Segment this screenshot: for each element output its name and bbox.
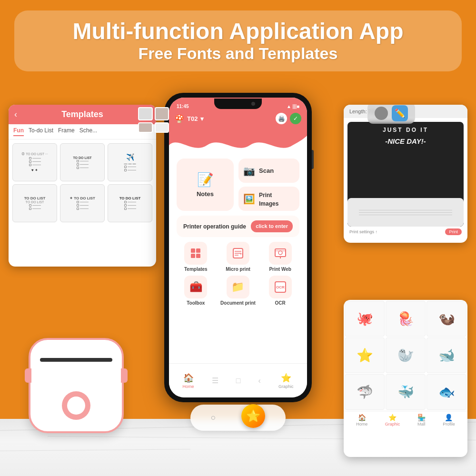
printer-guide-text: Printer operation guide <box>183 223 246 230</box>
header-subtitle: Free Fonts and Templates <box>24 44 452 63</box>
animal-cell-walrus[interactable]: 🦭 <box>386 337 426 373</box>
micro-print-label: Micro print <box>226 267 250 272</box>
print-images-app-icon[interactable]: 🖼️ PrintImages <box>238 187 299 211</box>
main-phone: 11:45 ▲ |||■ 🍄 T02 ▾ 🖨️ ✓ <box>164 93 312 402</box>
templates-app[interactable]: Templates <box>177 242 215 272</box>
app-grid: Templates T≡ Micro print <box>177 242 299 306</box>
nav-menu[interactable]: ☰ <box>212 376 218 385</box>
tablet-content: JUST DO IT -NICE DAY!- Print settings ↑ … <box>344 118 467 239</box>
printer-button[interactable] <box>62 391 90 420</box>
nice-day-text: -NICE DAY!- <box>385 137 426 145</box>
template-item[interactable]: TO DO LIST <box>108 184 152 222</box>
document-print-label: Document print <box>220 300 256 306</box>
animal-cell-shark[interactable]: 🦈 <box>345 374 385 410</box>
templates-icon <box>184 242 207 265</box>
phone-power-button[interactable] <box>312 150 314 169</box>
notes-app-icon[interactable]: 📝 Notes <box>177 159 234 211</box>
print-web-label: Print Web <box>269 267 291 272</box>
svg-point-12 <box>278 251 282 255</box>
grid-cell <box>155 122 169 133</box>
ocr-icon: OCR <box>269 276 292 298</box>
print-images-icon: 🖼️ <box>243 193 255 205</box>
animal-cell-whale[interactable]: 🐳 <box>386 374 426 410</box>
micro-print-app[interactable]: T≡ Micro print <box>219 242 258 272</box>
svg-rect-1 <box>196 248 200 253</box>
animal-cell-fish[interactable]: 🐟 <box>426 374 466 410</box>
right-tablet-bottom: 🐙 🪼 🦦 ⭐ 🦭 🐋 🦈 🐳 🐟 🏠 Home ⭐ Graphic 🏪 Mal… <box>344 300 467 457</box>
print-header-btn[interactable]: 🖨️ <box>276 113 287 124</box>
template-item[interactable]: TO DO LIST <box>60 143 105 181</box>
square-icon: □ <box>236 377 241 385</box>
animal-cell-octopus[interactable]: 🐙 <box>345 301 385 337</box>
animal-cell-otter[interactable]: 🦦 <box>426 301 466 337</box>
print-settings: Print settings ↑ <box>349 229 377 234</box>
scan-app-icon[interactable]: 📷 Scan <box>238 159 299 183</box>
print-button[interactable]: Print <box>445 228 462 235</box>
nav-graphic[interactable]: ⭐ Graphic <box>278 373 294 389</box>
header-title: Multi-function Application App <box>24 19 452 44</box>
template-grid: ⦿ TO DO LIST ··· ♥ ✦ TO DO LIST ✈️ — — —… <box>9 139 156 226</box>
profile-nav-icon: 👤 <box>445 414 453 421</box>
template-item[interactable]: TO DO LIST TO DO LIST <box>12 184 57 222</box>
templates-label: Templates <box>184 267 208 272</box>
printer-device <box>29 338 133 447</box>
print-web-app[interactable]: Print Web <box>261 242 299 272</box>
tab-todo[interactable]: To-do List <box>29 127 53 136</box>
template-item[interactable]: ✦ TO DO LIST <box>60 184 105 222</box>
tab-schedule[interactable]: Sche... <box>79 127 97 136</box>
status-time: 11:45 <box>177 104 189 109</box>
graphic-icon: ⭐ <box>281 373 291 383</box>
back-icon: ‹ <box>258 377 261 385</box>
grid-cell <box>138 122 153 133</box>
click-to-enter-button[interactable]: click to enter <box>251 220 293 232</box>
mall-nav-icon: 🏪 <box>417 414 426 421</box>
nav-square[interactable]: □ <box>236 377 241 385</box>
header-banner: Multi-function Application App Free Font… <box>14 10 462 71</box>
notes-label: Notes <box>197 190 214 198</box>
animal-nav-graphic[interactable]: ⭐ Graphic <box>385 414 400 426</box>
animal-cell-seal[interactable]: 🐋 <box>426 337 466 373</box>
notes-icon: 📝 <box>197 172 214 188</box>
overlay-circle-icon: ○ <box>211 413 216 423</box>
home-nav-icon: 🏠 <box>358 414 366 421</box>
template-item[interactable]: ✈️ — — — <box>108 143 152 181</box>
wave-svg <box>169 136 307 154</box>
document-print-app[interactable]: 📁 Document print <box>219 276 258 306</box>
printer-inner-button <box>67 397 85 415</box>
tab-fun[interactable]: Fun <box>13 127 24 136</box>
svg-text:T≡: T≡ <box>240 253 244 256</box>
animal-nav-graphic-label: Graphic <box>385 422 400 426</box>
animal-cell-jellyfish[interactable]: 🪼 <box>386 301 426 337</box>
header-dropdown-icon: ▾ <box>200 115 204 122</box>
toolbox-label: Toolbox <box>187 300 205 306</box>
graphic-nav-icon: ⭐ <box>388 414 397 421</box>
nav-home-label: Home <box>183 384 194 389</box>
star-decoration: ⭐ <box>241 404 265 428</box>
ocr-app[interactable]: OCR OCR <box>261 276 299 306</box>
animal-grid: 🐙 🪼 🦦 ⭐ 🦭 🐋 🦈 🐳 🐟 <box>344 300 467 411</box>
scan-icon: 📷 <box>243 165 255 177</box>
nav-back[interactable]: ‹ <box>258 377 261 385</box>
app-content: 📝 Notes 📷 Scan 🖼️ PrintImages <box>169 154 307 363</box>
check-header-btn[interactable]: ✓ <box>290 113 301 124</box>
tab-frame[interactable]: Frame <box>58 127 75 136</box>
nav-home[interactable]: 🏠 Home <box>183 373 194 389</box>
right-tablet-top: Length: 74cm JUST DO IT -NICE DAY!- Prin… <box>344 105 467 243</box>
home-icon: 🏠 <box>183 373 194 383</box>
grid-cell <box>138 107 153 120</box>
phone-header-bar: 🍄 T02 ▾ 🖨️ ✓ <box>169 111 307 126</box>
animal-cell-starfish[interactable]: ⭐ <box>345 337 385 373</box>
notch-camera <box>251 102 255 106</box>
animal-nav-home[interactable]: 🏠 Home <box>356 414 367 426</box>
animal-nav-profile-label: Profile <box>443 422 455 426</box>
edit-icon-box[interactable]: ✏️ <box>392 105 408 121</box>
back-button[interactable]: ‹ <box>14 109 17 119</box>
template-item[interactable]: ⦿ TO DO LIST ··· ♥ ✦ <box>12 143 57 181</box>
animal-nav-profile[interactable]: 👤 Profile <box>443 414 455 426</box>
animal-nav-home-label: Home <box>356 422 367 426</box>
phone-screen: 11:45 ▲ |||■ 🍄 T02 ▾ 🖨️ ✓ <box>169 98 307 397</box>
toolbox-app[interactable]: 🧰 Toolbox <box>177 276 215 306</box>
animal-nav-mall[interactable]: 🏪 Mall <box>417 414 426 426</box>
header-right: 🖨️ ✓ <box>276 113 301 124</box>
click-to-enter-label: click to enter <box>256 223 288 229</box>
